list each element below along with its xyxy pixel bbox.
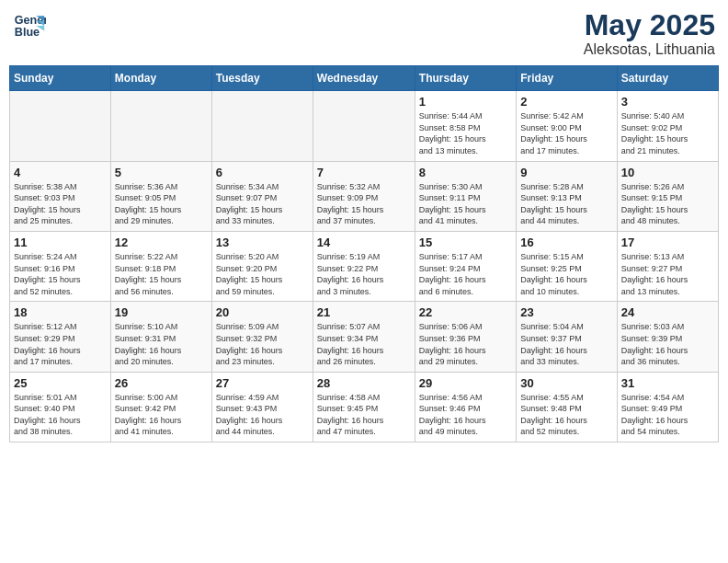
day-number: 18 [14,305,107,319]
calendar-cell: 16Sunrise: 5:15 AM Sunset: 9:25 PM Dayli… [517,231,617,301]
day-info: Sunrise: 5:30 AM Sunset: 9:11 PM Dayligh… [419,181,512,227]
day-number: 6 [216,166,309,179]
calendar-cell: 26Sunrise: 5:00 AM Sunset: 9:42 PM Dayli… [110,372,211,442]
calendar-cell: 7Sunrise: 5:32 AM Sunset: 9:09 PM Daylig… [313,161,415,231]
day-info: Sunrise: 5:09 AM Sunset: 9:32 PM Dayligh… [216,321,309,367]
day-number: 11 [14,236,107,249]
day-info: Sunrise: 5:01 AM Sunset: 9:40 PM Dayligh… [14,392,107,438]
calendar-cell: 29Sunrise: 4:56 AM Sunset: 9:46 PM Dayli… [415,372,516,442]
day-info: Sunrise: 5:06 AM Sunset: 9:36 PM Dayligh… [419,321,512,367]
calendar-table: SundayMondayTuesdayWednesdayThursdayFrid… [9,65,719,442]
month-title: May 2025 [584,9,715,41]
header: General Blue May 2025 Aleksotas, Lithuan… [9,9,719,58]
day-info: Sunrise: 5:40 AM Sunset: 9:02 PM Dayligh… [621,110,714,156]
calendar-cell: 15Sunrise: 5:17 AM Sunset: 9:24 PM Dayli… [415,231,516,301]
weekday-header-row: SundayMondayTuesdayWednesdayThursdayFrid… [10,66,719,91]
calendar-week-row: 4Sunrise: 5:38 AM Sunset: 9:03 PM Daylig… [10,161,719,231]
logo-icon: General Blue [13,9,46,42]
calendar-cell: 12Sunrise: 5:22 AM Sunset: 9:18 PM Dayli… [110,231,211,301]
day-number: 5 [115,166,208,179]
day-number: 1 [419,95,512,109]
calendar-week-row: 11Sunrise: 5:24 AM Sunset: 9:16 PM Dayli… [10,231,719,301]
weekday-header-monday: Monday [110,66,211,91]
day-info: Sunrise: 5:20 AM Sunset: 9:20 PM Dayligh… [216,251,309,297]
day-number: 12 [115,236,208,249]
svg-text:Blue: Blue [15,26,40,39]
day-number: 13 [216,236,309,249]
calendar-cell: 2Sunrise: 5:42 AM Sunset: 9:00 PM Daylig… [517,91,617,161]
title-area: May 2025 Aleksotas, Lithuania [584,9,715,58]
day-number: 28 [317,376,411,390]
day-info: Sunrise: 4:55 AM Sunset: 9:48 PM Dayligh… [520,392,612,438]
day-number: 8 [419,166,512,179]
day-number: 10 [621,166,714,179]
day-number: 29 [419,376,512,390]
weekday-header-thursday: Thursday [415,66,516,91]
calendar-cell: 28Sunrise: 4:58 AM Sunset: 9:45 PM Dayli… [313,372,415,442]
day-info: Sunrise: 5:17 AM Sunset: 9:24 PM Dayligh… [419,251,512,297]
calendar-cell: 31Sunrise: 4:54 AM Sunset: 9:49 PM Dayli… [617,372,718,442]
calendar-cell: 21Sunrise: 5:07 AM Sunset: 9:34 PM Dayli… [313,302,415,372]
day-number: 30 [520,376,612,390]
calendar-cell: 10Sunrise: 5:26 AM Sunset: 9:15 PM Dayli… [617,161,718,231]
weekday-header-wednesday: Wednesday [313,66,415,91]
calendar-cell: 1Sunrise: 5:44 AM Sunset: 8:58 PM Daylig… [415,91,516,161]
day-info: Sunrise: 5:13 AM Sunset: 9:27 PM Dayligh… [621,251,714,297]
day-number: 22 [419,305,512,319]
calendar-cell: 14Sunrise: 5:19 AM Sunset: 9:22 PM Dayli… [313,231,415,301]
day-info: Sunrise: 4:58 AM Sunset: 9:45 PM Dayligh… [317,392,411,438]
day-info: Sunrise: 5:07 AM Sunset: 9:34 PM Dayligh… [317,321,411,367]
day-info: Sunrise: 5:26 AM Sunset: 9:15 PM Dayligh… [621,181,714,227]
day-info: Sunrise: 5:44 AM Sunset: 8:58 PM Dayligh… [419,110,512,156]
calendar-cell: 25Sunrise: 5:01 AM Sunset: 9:40 PM Dayli… [10,372,111,442]
day-info: Sunrise: 5:03 AM Sunset: 9:39 PM Dayligh… [621,321,714,367]
calendar-cell: 17Sunrise: 5:13 AM Sunset: 9:27 PM Dayli… [617,231,718,301]
day-info: Sunrise: 5:34 AM Sunset: 9:07 PM Dayligh… [216,181,309,227]
day-number: 24 [621,305,714,319]
calendar-cell: 8Sunrise: 5:30 AM Sunset: 9:11 PM Daylig… [415,161,516,231]
weekday-header-saturday: Saturday [617,66,718,91]
day-number: 3 [621,95,714,109]
day-number: 15 [419,236,512,249]
day-info: Sunrise: 5:32 AM Sunset: 9:09 PM Dayligh… [317,181,411,227]
weekday-header-friday: Friday [517,66,617,91]
day-info: Sunrise: 4:59 AM Sunset: 9:43 PM Dayligh… [216,392,309,438]
day-info: Sunrise: 5:24 AM Sunset: 9:16 PM Dayligh… [14,251,107,297]
day-number: 16 [520,236,612,249]
day-number: 21 [317,305,411,319]
day-number: 14 [317,236,411,249]
day-info: Sunrise: 5:42 AM Sunset: 9:00 PM Dayligh… [520,110,612,156]
day-info: Sunrise: 5:28 AM Sunset: 9:13 PM Dayligh… [520,181,612,227]
calendar-cell: 23Sunrise: 5:04 AM Sunset: 9:37 PM Dayli… [517,302,617,372]
day-number: 27 [216,376,309,390]
calendar-cell: 4Sunrise: 5:38 AM Sunset: 9:03 PM Daylig… [10,161,111,231]
day-number: 31 [621,376,714,390]
day-info: Sunrise: 5:19 AM Sunset: 9:22 PM Dayligh… [317,251,411,297]
day-info: Sunrise: 5:15 AM Sunset: 9:25 PM Dayligh… [520,251,612,297]
location-subtitle: Aleksotas, Lithuania [584,41,715,58]
calendar-cell: 9Sunrise: 5:28 AM Sunset: 9:13 PM Daylig… [517,161,617,231]
day-number: 17 [621,236,714,249]
calendar-cell: 24Sunrise: 5:03 AM Sunset: 9:39 PM Dayli… [617,302,718,372]
calendar-cell: 27Sunrise: 4:59 AM Sunset: 9:43 PM Dayli… [211,372,313,442]
day-info: Sunrise: 5:10 AM Sunset: 9:31 PM Dayligh… [115,321,208,367]
day-number: 19 [115,305,208,319]
weekday-header-tuesday: Tuesday [211,66,313,91]
day-number: 25 [14,376,107,390]
day-number: 20 [216,305,309,319]
day-info: Sunrise: 5:00 AM Sunset: 9:42 PM Dayligh… [115,392,208,438]
day-info: Sunrise: 5:12 AM Sunset: 9:29 PM Dayligh… [14,321,107,367]
day-number: 26 [115,376,208,390]
day-number: 4 [14,166,107,179]
day-number: 7 [317,166,411,179]
day-number: 9 [520,166,612,179]
calendar-cell: 3Sunrise: 5:40 AM Sunset: 9:02 PM Daylig… [617,91,718,161]
calendar-cell: 19Sunrise: 5:10 AM Sunset: 9:31 PM Dayli… [110,302,211,372]
day-info: Sunrise: 4:56 AM Sunset: 9:46 PM Dayligh… [419,392,512,438]
calendar-week-row: 18Sunrise: 5:12 AM Sunset: 9:29 PM Dayli… [10,302,719,372]
day-info: Sunrise: 4:54 AM Sunset: 9:49 PM Dayligh… [621,392,714,438]
logo: General Blue [13,9,46,42]
day-info: Sunrise: 5:04 AM Sunset: 9:37 PM Dayligh… [520,321,612,367]
calendar-cell: 18Sunrise: 5:12 AM Sunset: 9:29 PM Dayli… [10,302,111,372]
calendar-week-row: 25Sunrise: 5:01 AM Sunset: 9:40 PM Dayli… [10,372,719,442]
